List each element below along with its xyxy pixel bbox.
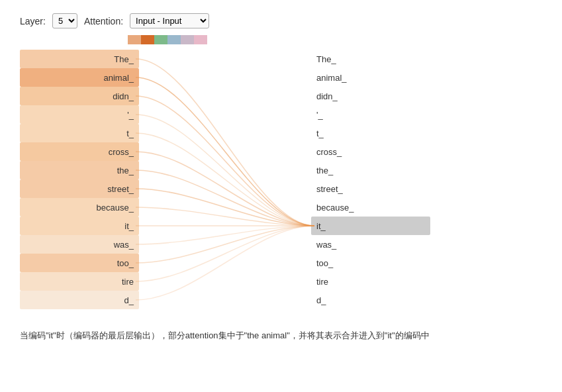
- attention-line: [136, 152, 314, 226]
- left-token-10[interactable]: was_: [20, 235, 139, 254]
- attention-label: Attention:: [84, 16, 123, 26]
- left-token-1[interactable]: animal_: [20, 68, 139, 87]
- attention-select[interactable]: Input - Input Input - Output Output - Ou…: [130, 13, 209, 28]
- attention-line: [136, 207, 314, 226]
- attention-line: [136, 226, 314, 281]
- left-token-8[interactable]: because_: [20, 198, 139, 217]
- color-swatch-3: [167, 35, 181, 44]
- right-token-7[interactable]: street_: [311, 179, 430, 198]
- color-swatch-2: [154, 35, 167, 44]
- color-swatch-1: [141, 35, 154, 44]
- right-token-0[interactable]: The_: [311, 50, 430, 68]
- right-token-6[interactable]: the_: [311, 161, 430, 179]
- right-token-1[interactable]: animal_: [311, 68, 430, 87]
- left-token-12[interactable]: tire: [20, 272, 139, 291]
- color-swatch-0: [128, 35, 141, 44]
- left-token-0[interactable]: The_: [20, 50, 139, 68]
- color-swatch-5: [194, 35, 207, 44]
- attention-lines: [136, 50, 314, 316]
- layer-select[interactable]: 5: [52, 13, 77, 28]
- layer-label: Layer:: [20, 16, 46, 26]
- description-text: 当编码"it"时（编码器的最后层输出），部分attention集中于"the a…: [20, 329, 542, 343]
- attention-line: [136, 115, 314, 226]
- left-token-3[interactable]: '_: [20, 105, 139, 124]
- right-token-10[interactable]: was_: [311, 235, 430, 254]
- attention-line: [136, 226, 314, 263]
- right-token-2[interactable]: didn_: [311, 87, 430, 105]
- right-token-12[interactable]: tire: [311, 272, 430, 291]
- color-swatch-4: [181, 35, 194, 44]
- attention-viz: The_animal_didn_'_t_cross_the_street_bec…: [20, 50, 542, 309]
- left-token-6[interactable]: the_: [20, 161, 139, 179]
- token-list-right: The_animal_didn_'_t_cross_the_street_bec…: [311, 50, 430, 309]
- left-token-13[interactable]: d_: [20, 291, 139, 309]
- left-token-4[interactable]: t_: [20, 124, 139, 142]
- attention-line: [136, 226, 314, 244]
- attention-line: [136, 170, 314, 226]
- right-token-8[interactable]: because_: [311, 198, 430, 217]
- left-token-2[interactable]: didn_: [20, 87, 139, 105]
- attention-line: [136, 226, 314, 300]
- right-token-5[interactable]: cross_: [311, 142, 430, 161]
- left-token-5[interactable]: cross_: [20, 142, 139, 161]
- right-token-13[interactable]: d_: [311, 291, 430, 309]
- attention-line: [136, 96, 314, 226]
- attention-line: [136, 77, 314, 226]
- token-list-left: The_animal_didn_'_t_cross_the_street_bec…: [20, 50, 139, 309]
- attention-line: [136, 59, 314, 226]
- main-container: Layer: 5 Attention: Input - Input Input …: [0, 0, 562, 356]
- right-token-11[interactable]: too_: [311, 254, 430, 272]
- attention-line: [136, 133, 314, 226]
- left-token-9[interactable]: it_: [20, 217, 139, 235]
- color-bar: [128, 35, 542, 44]
- controls-bar: Layer: 5 Attention: Input - Input Input …: [20, 13, 542, 28]
- left-token-11[interactable]: too_: [20, 254, 139, 272]
- right-token-9[interactable]: it_: [311, 217, 430, 235]
- left-token-7[interactable]: street_: [20, 179, 139, 198]
- right-token-3[interactable]: '_: [311, 105, 430, 124]
- attention-line: [136, 189, 314, 226]
- right-token-4[interactable]: t_: [311, 124, 430, 142]
